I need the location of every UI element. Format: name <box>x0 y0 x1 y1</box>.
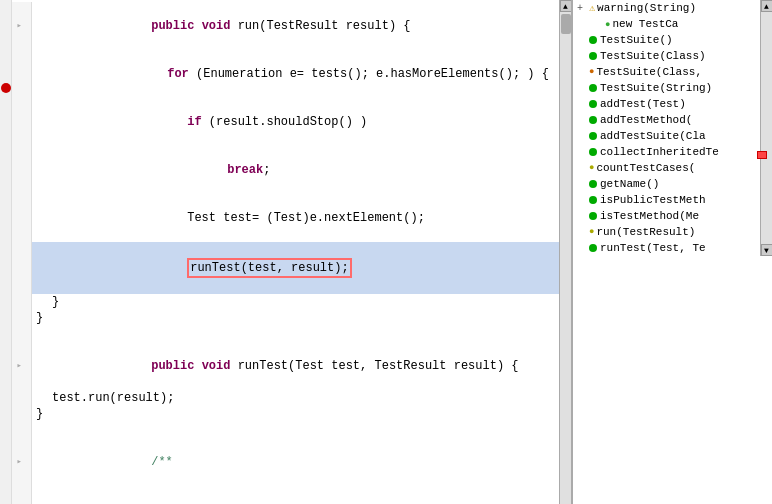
code-line <box>12 326 559 342</box>
outline-vscrollbar[interactable]: ▲ ▼ <box>760 0 772 256</box>
top-section: ▸ public void run(TestResult result) { f… <box>0 0 772 504</box>
tree-expand-icon <box>577 179 589 190</box>
outline-item[interactable]: getName() <box>573 176 760 192</box>
tree-expand-icon <box>577 211 589 222</box>
code-line: for (Enumeration e= tests(); e.hasMoreEl… <box>12 50 559 98</box>
outline-item[interactable]: + ⚠ warning(String) <box>573 0 760 16</box>
method-dot-icon <box>589 132 597 140</box>
code-content: break; <box>32 146 559 194</box>
method-c-icon: ● <box>589 67 594 77</box>
outline-label: TestSuite(Class) <box>600 50 706 62</box>
code-line <box>12 422 559 438</box>
line-gutter <box>12 310 32 326</box>
outline-vscroll-up[interactable]: ▲ <box>761 0 773 12</box>
right-outline-panel: + ⚠ warning(String) ● new TestCa <box>572 0 772 504</box>
line-gutter <box>12 326 32 342</box>
tree-expand-icon <box>593 19 605 30</box>
code-line: } <box>12 294 559 310</box>
warning-icon: ⚠ <box>589 2 595 14</box>
tree-expand-icon <box>577 163 589 174</box>
outline-label: collectInheritedTe <box>600 146 719 158</box>
tree-expand-icon <box>577 147 589 158</box>
editor-vscrollbar[interactable]: ▲ ▼ <box>559 0 571 504</box>
collapse-icon[interactable]: ▸ <box>17 18 27 34</box>
outline-item[interactable]: isPublicTestMeth <box>573 192 760 208</box>
collapse-icon[interactable]: ▸ <box>17 358 27 374</box>
outline-label: TestSuite(String) <box>600 82 712 94</box>
tree-expand-icon <box>577 195 589 206</box>
outline-label: addTestSuite(Cla <box>600 130 706 142</box>
method-dot-icon <box>589 52 597 60</box>
main-container: ▸ public void run(TestResult result) { f… <box>0 0 772 504</box>
method-dot-icon <box>589 148 597 156</box>
code-line: ▸ /** <box>12 438 559 486</box>
outline-item[interactable]: TestSuite(String) <box>573 80 760 96</box>
line-gutter: ▸ <box>12 2 32 50</box>
tree-expand-icon <box>577 67 589 78</box>
outline-label: run(TestResult) <box>596 226 695 238</box>
outline-label: countTestCases( <box>596 162 695 174</box>
outline-label: runTest(Test, Te <box>600 242 706 254</box>
outline-item[interactable]: addTestMethod( <box>573 112 760 128</box>
method-dot-icon <box>589 196 597 204</box>
minimap-marker <box>757 151 767 159</box>
outline-item[interactable]: ● run(TestResult) <box>573 224 760 240</box>
code-content: } <box>32 310 559 326</box>
tree-expand-icon <box>577 51 589 62</box>
code-content: Test test= (Test)e.nextElement(); <box>32 194 559 242</box>
outline-item[interactable]: isTestMethod(Me <box>573 208 760 224</box>
code-line: test.run(result); <box>12 390 559 406</box>
method-dot-icon <box>589 36 597 44</box>
outline-vscroll-down[interactable]: ▼ <box>761 244 773 256</box>
outline-item[interactable]: ● countTestCases( <box>573 160 760 176</box>
outline-item[interactable]: ● TestSuite(Class, <box>573 64 760 80</box>
line-gutter <box>12 50 32 98</box>
code-line: ▸ public void run(TestResult result) { <box>12 2 559 50</box>
code-line: * Returns the test at the given index <box>12 486 559 504</box>
outline-item[interactable]: runTest(Test, Te <box>573 240 760 256</box>
code-content: test.run(result); <box>32 390 559 406</box>
code-content: /** <box>32 438 559 486</box>
outline-label: getName() <box>600 178 659 190</box>
collapse-icon[interactable]: ▸ <box>17 454 27 470</box>
code-content: if (result.shouldStop() ) <box>32 98 559 146</box>
outline-item[interactable]: TestSuite(Class) <box>573 48 760 64</box>
code-content: public void run(TestResult result) { <box>32 2 559 50</box>
code-line: if (result.shouldStop() ) <box>12 98 559 146</box>
highlighted-call: runTest(test, result); <box>187 258 351 278</box>
tree-expand-icon <box>577 99 589 110</box>
line-gutter <box>12 146 32 194</box>
code-line: break; <box>12 146 559 194</box>
vscroll-up-btn[interactable]: ▲ <box>560 0 572 12</box>
tree-expand-icon <box>577 83 589 94</box>
highlighted-code-line: runTest(test, result); <box>12 242 559 294</box>
line-gutter <box>12 242 32 294</box>
tree-expand-icon <box>577 35 589 46</box>
vscroll-thumb[interactable] <box>561 14 571 34</box>
outline-item[interactable]: addTest(Test) <box>573 96 760 112</box>
line-gutter <box>12 294 32 310</box>
outline-label: isPublicTestMeth <box>600 194 706 206</box>
code-content: } <box>32 406 559 422</box>
outline-label: isTestMethod(Me <box>600 210 699 222</box>
breakpoint-icon[interactable] <box>1 80 11 96</box>
tree-expand-icon[interactable]: + <box>577 3 589 14</box>
outline-item[interactable]: collectInheritedTe <box>573 144 760 160</box>
override-dot-icon: ● <box>589 163 594 173</box>
code-content: runTest(test, result); <box>32 242 559 294</box>
tree-expand-icon <box>577 243 589 254</box>
tree-expand-icon <box>577 115 589 126</box>
code-content <box>32 422 559 438</box>
method-dot-icon <box>589 116 597 124</box>
outline-label: addTest(Test) <box>600 98 686 110</box>
outline-label: TestSuite() <box>600 34 673 46</box>
outline-item[interactable]: TestSuite() <box>573 32 760 48</box>
code-line: } <box>12 406 559 422</box>
outline-label: addTestMethod( <box>600 114 692 126</box>
method-dot-icon <box>589 84 597 92</box>
outline-item[interactable]: ● new TestCa <box>573 16 760 32</box>
line-gutter <box>12 98 32 146</box>
code-editor[interactable]: ▸ public void run(TestResult result) { f… <box>0 0 572 504</box>
outline-label: warning(String) <box>597 2 696 14</box>
outline-item[interactable]: addTestSuite(Cla <box>573 128 760 144</box>
